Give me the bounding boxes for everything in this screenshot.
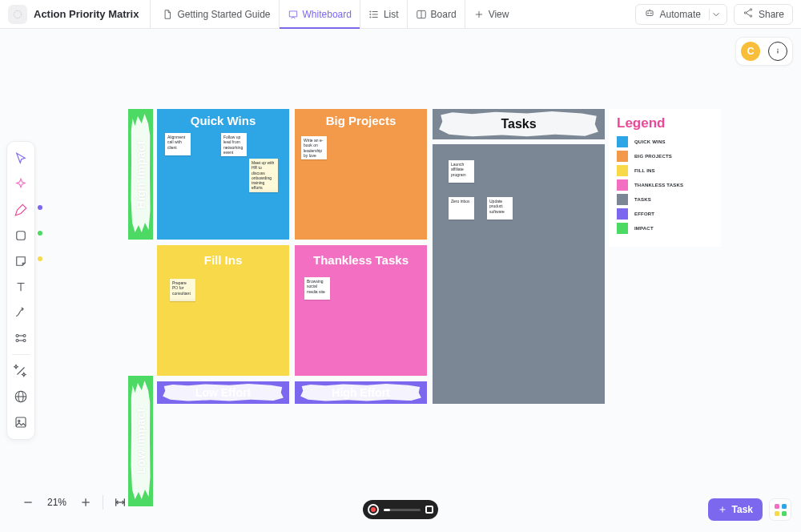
svg-point-26 (16, 340, 18, 342)
stop-icon[interactable] (425, 506, 433, 514)
legend-row: FILL INS (617, 165, 713, 176)
legend-swatch (617, 165, 628, 176)
top-right-tools: Automate Share (635, 4, 793, 25)
tasks-column[interactable]: Launch affiliate program Zero inbox Upda… (433, 144, 605, 404)
shape-tool[interactable] (9, 224, 33, 248)
select-tool[interactable] (9, 147, 33, 171)
chevron-down-icon[interactable] (709, 9, 723, 20)
tab-label: Getting Started Guide (177, 9, 270, 20)
zoom-out-button[interactable] (18, 492, 38, 513)
pen-tool[interactable] (9, 198, 33, 222)
legend-label: THANKLESS TASKS (634, 183, 683, 187)
automate-button[interactable]: Automate (635, 4, 727, 25)
legend-swatch (617, 223, 628, 234)
svg-point-5 (370, 14, 371, 14)
list-icon (368, 9, 380, 20)
legend-row: IMPACT (617, 223, 713, 234)
tab-add-view[interactable]: View (465, 0, 517, 28)
bottom-right-actions: Task (708, 498, 791, 521)
avatar[interactable]: C (741, 42, 760, 61)
tab-label: Board (431, 9, 457, 20)
legend-row: BIG PROJECTS (617, 151, 713, 162)
robot-icon (644, 7, 655, 21)
legend-label: TASKS (634, 197, 651, 202)
svg-rect-34 (16, 417, 26, 427)
magic-tool[interactable] (9, 359, 33, 383)
sticky-note[interactable]: Meet up with HR to discuss onboarding tr… (249, 159, 278, 192)
page-title: Action Priority Matrix (34, 8, 139, 20)
view-tabs: Getting Started Guide Whiteboard List Bo… (150, 0, 517, 28)
task-button-label: Task (732, 504, 753, 515)
tab-list[interactable]: List (360, 0, 408, 28)
zoom-in-button[interactable] (75, 492, 96, 513)
axis-high-effort: High Effort (295, 381, 427, 404)
zoom-level[interactable]: 21% (45, 497, 69, 508)
tasks-header: Tasks (433, 109, 605, 139)
tab-whiteboard[interactable]: Whiteboard (280, 0, 360, 28)
automate-label: Automate (660, 9, 701, 20)
quadrant-fill-ins[interactable]: Fill Ins Prepare PO for consultant (157, 245, 289, 376)
svg-point-16 (744, 12, 746, 14)
plus-icon (473, 9, 485, 20)
sticky-note[interactable]: Prepare PO for consultant (170, 279, 195, 301)
svg-point-6 (370, 16, 371, 17)
sticky-note[interactable]: Write an e-book on leadership by love (301, 136, 327, 159)
quadrant-quick-wins[interactable]: Quick Wins Alignment call with client Fo… (157, 109, 289, 240)
quadrant-thankless[interactable]: Thankless Tasks Browsing social media si… (295, 245, 427, 376)
svg-point-28 (23, 340, 26, 342)
sticky-note[interactable]: Follow up lead from networking event (221, 133, 247, 156)
svg-point-35 (18, 420, 20, 421)
sticky-note[interactable]: Zero inbox (449, 197, 474, 220)
quad-title: Fill Ins (162, 253, 284, 267)
tab-getting-started[interactable]: Getting Started Guide (154, 0, 279, 28)
recording-pill[interactable] (363, 500, 438, 519)
tab-label: View (489, 9, 509, 20)
left-toolbar (6, 141, 35, 440)
tab-board[interactable]: Board (408, 0, 465, 28)
sticky-note[interactable]: Update product software (487, 197, 513, 220)
record-icon (368, 504, 379, 515)
sticky-note[interactable]: Launch affiliate program (449, 160, 474, 183)
share-button[interactable]: Share (734, 4, 793, 25)
workspace-icon[interactable] (8, 5, 27, 24)
legend-label: IMPACT (634, 226, 654, 231)
apps-button[interactable] (769, 498, 791, 521)
new-task-button[interactable]: Task (708, 498, 763, 521)
legend-label: FILL INS (634, 168, 655, 173)
legend-swatch (617, 136, 628, 147)
legend-row: TASKS (617, 194, 713, 205)
legend-label: EFFORT (634, 212, 654, 216)
info-button[interactable] (768, 42, 787, 61)
svg-point-17 (750, 15, 751, 17)
connector-tool[interactable] (9, 300, 33, 324)
record-progress (384, 509, 421, 511)
legend-swatch (617, 151, 628, 162)
quadrant-big-projects[interactable]: Big Projects Write an e-book on leadersh… (295, 109, 427, 240)
top-bar: Action Priority Matrix Getting Started G… (0, 0, 801, 29)
legend-row: EFFORT (617, 208, 713, 220)
whiteboard-icon (288, 9, 299, 20)
svg-point-25 (16, 335, 18, 337)
web-tool[interactable] (9, 385, 33, 409)
relations-tool[interactable] (9, 326, 33, 350)
legend-swatch (617, 208, 628, 220)
quad-title: Big Projects (300, 114, 422, 127)
svg-point-14 (650, 13, 651, 14)
whiteboard-canvas[interactable]: C High Impact Low Impact Quick Wins Alig… (0, 29, 801, 532)
ai-tool[interactable] (9, 172, 33, 196)
tab-label: List (384, 9, 399, 20)
legend-label: QUICK WINS (634, 139, 666, 144)
sticky-note[interactable]: Alignment call with client (165, 133, 191, 155)
fit-width-button[interactable] (110, 492, 131, 513)
text-tool[interactable] (9, 275, 33, 299)
quad-title: Quick Wins (162, 114, 284, 127)
sticky-tool[interactable] (9, 249, 33, 273)
sticky-note[interactable]: Browsing social media site (304, 277, 330, 300)
legend-swatch (617, 179, 628, 191)
image-tool[interactable] (9, 410, 33, 434)
svg-point-0 (14, 10, 21, 18)
svg-point-13 (647, 13, 648, 14)
svg-line-18 (747, 10, 751, 13)
legend-row: THANKLESS TASKS (617, 179, 713, 191)
svg-point-4 (370, 10, 371, 11)
